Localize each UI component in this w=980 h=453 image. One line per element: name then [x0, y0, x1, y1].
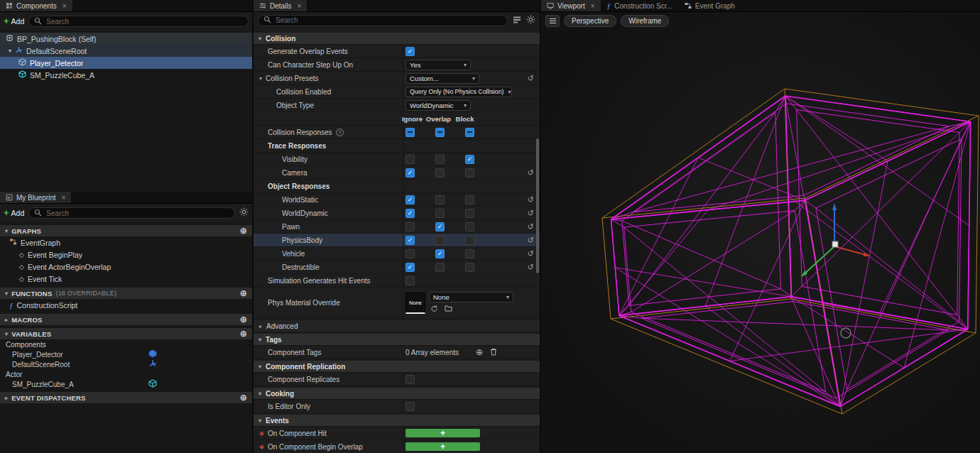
reset-to-default-icon[interactable]: ↺: [527, 168, 533, 178]
simulation-hit-events-checkbox[interactable]: [405, 276, 415, 285]
settings-gear-icon[interactable]: [239, 207, 249, 219]
event-tick-item[interactable]: ◇ Event Tick: [0, 273, 252, 285]
tree-row-player-detector-selected[interactable]: Player_Detector: [0, 57, 252, 69]
details-scrollbar[interactable]: [536, 138, 539, 273]
variable-defaultsceneroot[interactable]: DefaultSceneRoot: [0, 359, 252, 369]
viewport-menu-icon[interactable]: [545, 15, 560, 27]
cooking-section-header[interactable]: ▾ Cooking: [254, 388, 540, 400]
reset-to-default-icon[interactable]: ↺: [527, 195, 533, 204]
response-checkbox[interactable]: [465, 263, 474, 272]
variable-group-actor[interactable]: Actor: [0, 369, 252, 379]
response-checkbox[interactable]: ✓: [405, 168, 415, 178]
tab-my-blueprint[interactable]: My Blueprint ×: [0, 192, 72, 203]
can-character-step-dropdown[interactable]: Yes▾: [405, 60, 471, 70]
viewport-3d-view[interactable]: Perspective Wireframe: [541, 12, 980, 453]
variable-group-components[interactable]: Components: [0, 339, 252, 349]
responses-all-block-checkbox[interactable]: [465, 128, 474, 137]
use-selected-asset-icon[interactable]: [430, 305, 438, 314]
response-checkbox[interactable]: ✓: [405, 195, 415, 204]
add-component-button[interactable]: + Add: [4, 17, 24, 26]
constructionscript-item[interactable]: ƒ ConstructionScript: [0, 299, 252, 311]
response-checkbox[interactable]: [465, 168, 474, 178]
add-macro-icon[interactable]: ⊕: [240, 316, 247, 323]
is-editor-only-checkbox[interactable]: [405, 402, 415, 411]
close-icon[interactable]: ×: [298, 2, 302, 10]
tree-row-defaultsceneroot[interactable]: ▾ DefaultSceneRoot: [0, 45, 252, 57]
variable-sm-puzzlecube[interactable]: SM_PuzzleCube_A: [0, 379, 252, 389]
response-checkbox[interactable]: [465, 249, 474, 258]
add-blueprint-item-button[interactable]: + Add: [4, 209, 24, 217]
expander-caret-icon[interactable]: ▾: [9, 48, 11, 54]
response-checkbox[interactable]: [405, 155, 415, 164]
object-type-dropdown[interactable]: WorldDynamic▾: [405, 100, 471, 111]
reset-to-default-icon[interactable]: ↺: [527, 209, 533, 218]
browse-to-asset-icon[interactable]: [445, 305, 452, 314]
close-icon[interactable]: ×: [62, 2, 67, 10]
add-variable-icon[interactable]: ⊕: [240, 330, 247, 337]
add-array-element-icon[interactable]: ⊕: [476, 349, 483, 356]
response-checkbox[interactable]: ✓: [465, 155, 474, 164]
trash-icon[interactable]: [490, 348, 497, 357]
response-checkbox[interactable]: [405, 249, 415, 258]
component-search-input[interactable]: Search: [28, 16, 249, 27]
blueprint-search-input[interactable]: Search: [28, 207, 235, 219]
reset-to-default-icon[interactable]: ↺: [527, 249, 533, 258]
view-options-icon[interactable]: [513, 14, 521, 27]
reset-to-default-icon[interactable]: ↺: [527, 74, 533, 83]
help-icon[interactable]: ?: [336, 129, 344, 136]
response-checkbox[interactable]: [465, 209, 474, 218]
add-function-icon[interactable]: ⊕: [240, 290, 247, 297]
response-checkbox[interactable]: ✓: [435, 222, 445, 231]
reset-to-default-icon[interactable]: ↺: [527, 263, 533, 272]
close-icon[interactable]: ×: [62, 194, 66, 202]
response-checkbox[interactable]: ✓: [405, 263, 415, 272]
details-settings-gear-icon[interactable]: [526, 14, 535, 27]
response-checkbox[interactable]: [435, 155, 445, 164]
advanced-section-header[interactable]: ▸ Advanced: [254, 320, 540, 332]
collision-enabled-dropdown[interactable]: Query Only (No Physics Collision)▾: [405, 87, 512, 97]
details-search-input[interactable]: Search: [258, 15, 508, 26]
tree-row-sm-puzzlecube[interactable]: SM_PuzzleCube_A: [0, 69, 252, 81]
variables-section-header[interactable]: ▾ VARIABLES ⊕: [0, 328, 252, 339]
events-section-header[interactable]: ▾ Events: [254, 415, 540, 427]
generate-overlap-events-checkbox[interactable]: ✓: [405, 47, 415, 56]
response-checkbox[interactable]: [465, 222, 474, 231]
response-checkbox[interactable]: [435, 263, 445, 272]
response-checkbox[interactable]: ✓: [435, 249, 445, 258]
component-replicates-checkbox[interactable]: [405, 375, 415, 384]
perspective-button[interactable]: Perspective: [564, 15, 616, 27]
graphs-section-header[interactable]: ▾ GRAPHS ⊕: [0, 225, 252, 236]
component-replication-section-header[interactable]: ▾ Component Replication: [254, 361, 540, 373]
event-dispatchers-section-header[interactable]: ▸ EVENT DISPATCHERS ⊕: [0, 392, 252, 403]
add-graph-icon[interactable]: ⊕: [240, 227, 247, 234]
event-actorbeginoverlap-item[interactable]: ◇ Event ActorBeginOverlap: [0, 261, 252, 273]
response-checkbox[interactable]: [435, 209, 445, 218]
variable-player-detector[interactable]: Player_Detector: [0, 349, 252, 359]
response-checkbox[interactable]: ✓: [405, 236, 415, 245]
tab-event-graph[interactable]: Event Graph: [679, 0, 741, 11]
tab-details[interactable]: Details ×: [254, 0, 307, 11]
tab-viewport[interactable]: Viewport ×: [541, 0, 601, 11]
phys-material-dropdown[interactable]: None▾: [429, 292, 513, 302]
response-checkbox[interactable]: [465, 236, 474, 245]
response-checkbox[interactable]: ✓: [405, 209, 415, 218]
tree-row-self[interactable]: BP_PushingBlock (Self): [0, 33, 252, 45]
responses-all-overlap-checkbox[interactable]: [435, 128, 445, 137]
add-on-component-begin-overlap-button[interactable]: +: [405, 442, 480, 451]
response-checkbox[interactable]: [465, 195, 474, 204]
response-checkbox[interactable]: [435, 236, 445, 245]
add-event-dispatcher-icon[interactable]: ⊕: [240, 394, 247, 401]
response-checkbox[interactable]: [405, 222, 415, 231]
event-beginplay-item[interactable]: ◇ Event BeginPlay: [0, 249, 252, 261]
response-checkbox[interactable]: [435, 168, 445, 178]
reset-to-default-icon[interactable]: ↺: [527, 236, 533, 245]
collision-presets-dropdown[interactable]: Custom...▾: [405, 73, 479, 84]
response-checkbox[interactable]: [435, 195, 445, 204]
close-icon[interactable]: ×: [591, 2, 595, 10]
tab-construction-script[interactable]: ƒ Construction Scr...: [601, 0, 679, 11]
macros-section-header[interactable]: ▸ MACROS ⊕: [0, 314, 252, 325]
responses-all-ignore-checkbox[interactable]: [405, 128, 415, 137]
collision-section-header[interactable]: ▾ Collision: [254, 33, 540, 45]
tags-section-header[interactable]: ▾ Tags: [254, 334, 540, 346]
eventgraph-item[interactable]: EventGraph: [0, 236, 252, 249]
